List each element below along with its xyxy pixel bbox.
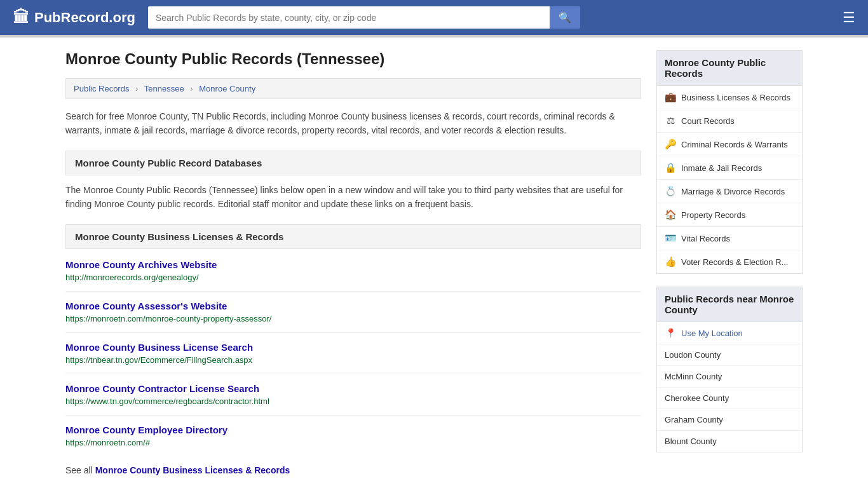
sidebar-link-inmate[interactable]: 🔒 Inmate & Jail Records (657, 156, 802, 179)
sidebar-main-title: Monroe County Public Records (657, 51, 802, 86)
record-link-url-4[interactable]: https://monroetn.com/# (65, 438, 150, 447)
sidebar: Monroe County Public Records 💼 Business … (656, 50, 803, 475)
hamburger-button[interactable]: ☰ (843, 11, 855, 25)
record-link-url-1[interactable]: https://monroetn.com/monroe-county-prope… (65, 314, 271, 323)
sidebar-item-voter[interactable]: 👍 Voter Records & Election R... (657, 250, 802, 273)
key-icon: 🔑 (665, 139, 676, 150)
search-input[interactable] (148, 6, 550, 29)
sidebar-item-vital[interactable]: 🪪 Vital Records (657, 227, 802, 250)
see-all-text: See all Monroe County Business Licenses … (65, 465, 641, 475)
sidebar-link-cherokee[interactable]: Cherokee County (657, 388, 802, 409)
sidebar-item-business[interactable]: 💼 Business Licenses & Records (657, 86, 802, 109)
site-header: 🏛 PubRecord.org 🔍 ☰ (0, 0, 868, 35)
record-link-title-1[interactable]: Monroe County Assessor's Website (65, 301, 641, 311)
sidebar-label-loudon: Loudon County (665, 350, 721, 360)
briefcase-icon: 💼 (665, 92, 676, 103)
record-link-item: Monroe County Business License Search ht… (65, 342, 641, 374)
content-area: Monroe County Public Records (Tennessee)… (65, 50, 641, 475)
see-all-prefix: See all (65, 465, 95, 475)
business-section-header: Monroe County Business Licenses & Record… (65, 224, 641, 249)
sidebar-nearby-graham[interactable]: Graham County (657, 409, 802, 431)
sidebar-link-court[interactable]: ⚖ Court Records (657, 109, 802, 132)
sidebar-link-voter[interactable]: 👍 Voter Records & Election R... (657, 250, 802, 273)
home-icon: 🏠 (665, 209, 676, 220)
record-link-url-2[interactable]: https://tnbear.tn.gov/Ecommerce/FilingSe… (65, 355, 252, 365)
location-icon: 📍 (665, 328, 676, 338)
sidebar-label-mcminn: McMinn County (665, 372, 722, 381)
sidebar-label-court: Court Records (681, 116, 735, 126)
breadcrumb: Public Records › Tennessee › Monroe Coun… (65, 78, 641, 99)
sidebar-link-loudon[interactable]: Loudon County (657, 344, 802, 365)
sidebar-link-use-location[interactable]: 📍 Use My Location (657, 322, 802, 344)
sidebar-link-blount[interactable]: Blount County (657, 431, 802, 452)
sidebar-main-section: Monroe County Public Records 💼 Business … (656, 50, 803, 274)
record-link-title-2[interactable]: Monroe County Business License Search (65, 342, 641, 353)
sidebar-label-graham: Graham County (665, 415, 723, 424)
sidebar-nearby-cherokee[interactable]: Cherokee County (657, 388, 802, 409)
scales-icon: ⚖ (665, 115, 676, 126)
record-link-item: Monroe County Assessor's Website https:/… (65, 301, 641, 333)
logo-link[interactable]: 🏛 PubRecord.org (13, 8, 135, 27)
record-link-item: Monroe County Archives Website http://mo… (65, 259, 641, 292)
sidebar-item-criminal[interactable]: 🔑 Criminal Records & Warrants (657, 133, 802, 156)
breadcrumb-tennessee[interactable]: Tennessee (144, 84, 184, 93)
sidebar-item-marriage[interactable]: 💍 Marriage & Divorce Records (657, 180, 802, 203)
sidebar-label-use-location: Use My Location (681, 329, 743, 338)
sidebar-label-inmate: Inmate & Jail Records (681, 163, 762, 173)
sidebar-item-property[interactable]: 🏠 Property Records (657, 203, 802, 227)
page-title: Monroe County Public Records (Tennessee) (65, 50, 641, 68)
see-all-link[interactable]: Monroe County Business Licenses & Record… (95, 465, 290, 475)
sidebar-main-list: 💼 Business Licenses & Records ⚖ Court Re… (657, 86, 802, 273)
sidebar-nearby-mcminn[interactable]: McMinn County (657, 366, 802, 388)
sidebar-label-vital: Vital Records (681, 234, 730, 243)
db-section-desc: The Monroe County Public Records (Tennes… (65, 183, 641, 212)
thumb-icon: 👍 (665, 256, 676, 268)
sidebar-nearby-loudon[interactable]: Loudon County (657, 344, 802, 366)
sidebar-label-voter: Voter Records & Election R... (681, 257, 788, 267)
record-link-title-3[interactable]: Monroe County Contractor License Search (65, 383, 641, 394)
sidebar-item-inmate[interactable]: 🔒 Inmate & Jail Records (657, 156, 802, 180)
record-link-item: Monroe County Contractor License Search … (65, 383, 641, 416)
sidebar-link-criminal[interactable]: 🔑 Criminal Records & Warrants (657, 133, 802, 156)
rings-icon: 💍 (665, 186, 676, 197)
sidebar-nearby-section: Public Records near Monroe County 📍 Use … (656, 287, 803, 452)
sidebar-label-criminal: Criminal Records & Warrants (681, 140, 788, 149)
breadcrumb-public-records[interactable]: Public Records (74, 84, 129, 93)
sidebar-nearby-blount[interactable]: Blount County (657, 431, 802, 452)
sidebar-label-cherokee: Cherokee County (665, 393, 729, 403)
sidebar-label-marriage: Marriage & Divorce Records (681, 187, 785, 196)
db-section-header: Monroe County Public Record Databases (65, 151, 641, 175)
sidebar-label-property: Property Records (681, 210, 745, 220)
sidebar-nearby-use-location[interactable]: 📍 Use My Location (657, 322, 802, 344)
search-bar: 🔍 (148, 6, 580, 29)
breadcrumb-sep-2: › (190, 84, 193, 93)
sidebar-nearby-list: 📍 Use My Location Loudon County McMinn C… (657, 322, 802, 452)
sidebar-link-mcminn[interactable]: McMinn County (657, 366, 802, 387)
breadcrumb-sep-1: › (135, 84, 138, 93)
sidebar-link-graham[interactable]: Graham County (657, 409, 802, 430)
lock-icon: 🔒 (665, 162, 676, 173)
record-link-url-3[interactable]: https://www.tn.gov/commerce/regboards/co… (65, 396, 269, 406)
record-links-list: Monroe County Archives Website http://mo… (65, 259, 641, 456)
breadcrumb-monroe-county[interactable]: Monroe County (199, 84, 255, 93)
sidebar-link-vital[interactable]: 🪪 Vital Records (657, 227, 802, 250)
sidebar-link-marriage[interactable]: 💍 Marriage & Divorce Records (657, 180, 802, 203)
search-button[interactable]: 🔍 (550, 6, 580, 29)
sidebar-label-business: Business Licenses & Records (681, 93, 790, 102)
intro-text: Search for free Monroe County, TN Public… (65, 109, 641, 138)
record-link-item: Monroe County Employee Directory https:/… (65, 424, 641, 456)
sidebar-nearby-title: Public Records near Monroe County (657, 287, 802, 322)
sidebar-label-blount: Blount County (665, 437, 717, 446)
record-link-title-0[interactable]: Monroe County Archives Website (65, 259, 641, 270)
sidebar-link-business[interactable]: 💼 Business Licenses & Records (657, 86, 802, 109)
logo-text: PubRecord.org (34, 10, 135, 26)
id-icon: 🪪 (665, 233, 676, 244)
main-wrapper: Monroe County Public Records (Tennessee)… (53, 37, 815, 488)
logo-icon: 🏛 (13, 8, 29, 27)
sidebar-link-property[interactable]: 🏠 Property Records (657, 203, 802, 226)
record-link-title-4[interactable]: Monroe County Employee Directory (65, 424, 641, 435)
record-link-url-0[interactable]: http://monroerecords.org/genealogy/ (65, 273, 199, 282)
sidebar-item-court[interactable]: ⚖ Court Records (657, 109, 802, 133)
